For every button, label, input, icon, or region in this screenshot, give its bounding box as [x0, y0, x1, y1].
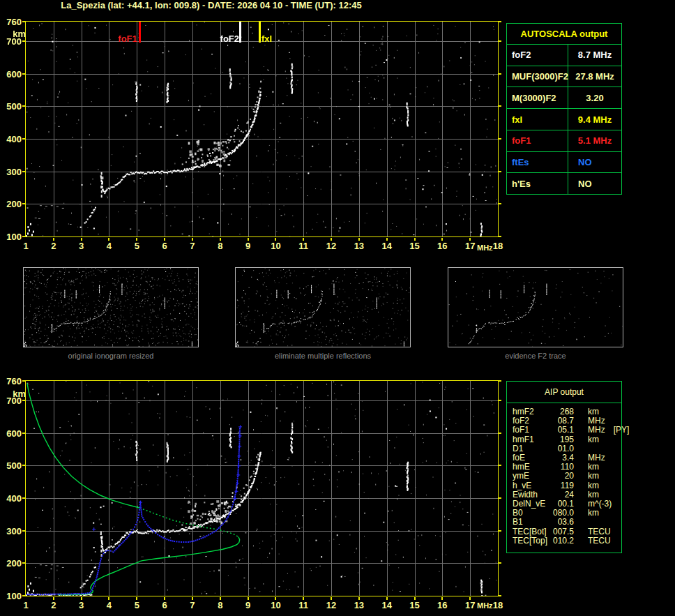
aip-row-value: 03.6 [558, 518, 574, 527]
aip-row-label: B1 [513, 518, 549, 527]
y-tick-mark [499, 105, 501, 107]
y-tick-label: 500 [0, 460, 22, 470]
aip-row-value: 007.5 [553, 527, 574, 536]
autoscala-row-value: 8.7 MHz [568, 45, 621, 66]
panel-evidence-caption: evidence F2 trace [448, 352, 623, 360]
autoscala-row: M(3000)F23.20 [507, 87, 621, 108]
x-tick-mark [441, 597, 443, 600]
x-tick-mark [248, 238, 249, 241]
panel-original-ionogram [23, 267, 199, 347]
y-tick-label: 500 [0, 101, 22, 111]
aip-row-unit: km [574, 481, 621, 490]
aip-table-title: AIP output [507, 382, 621, 403]
panel-eliminate-reflections [235, 267, 411, 347]
ionogram-canvas-bottom [26, 381, 498, 596]
y-tick-label: 600 [0, 428, 22, 438]
aip-row: TEC[Top]010.2TECU [513, 536, 621, 546]
y-tick-label: 400 [0, 134, 22, 144]
x-tick-mark [192, 238, 193, 241]
x-tick-label: 13 [351, 600, 367, 610]
x-tick-label: 1 [17, 600, 34, 610]
autoscala-row-label: h'Es [507, 173, 568, 194]
panel-original-caption: original ionogram resized [23, 352, 199, 360]
autoscala-row-label: MUF(3000)F2 [507, 66, 568, 87]
x-tick-label: 8 [212, 600, 229, 610]
aip-row-unit: TECU [574, 536, 621, 546]
y-tick-mark [22, 40, 25, 42]
autoscala-row-value: 27.8 MHz [568, 66, 621, 87]
x-tick-label: 12 [323, 600, 340, 610]
autoscala-row-label: M(3000)F2 [507, 87, 568, 108]
y-tick-mark [22, 203, 25, 204]
x-tick-label: 15 [407, 241, 423, 250]
autoscala-row-label: foF2 [507, 45, 568, 66]
y-tick-mark [22, 562, 25, 564]
autoscala-row-value: 5.1 MHz [568, 130, 621, 151]
x-tick-label: 17 [462, 600, 478, 610]
foF1-marker-label: foF1 [107, 33, 137, 43]
x-tick-mark [108, 238, 109, 241]
x-tick-label: 12 [323, 241, 340, 250]
x-tick-mark [469, 597, 471, 600]
y-tick-mark [499, 380, 501, 382]
y-tick-mark [499, 138, 501, 140]
aip-row: h_vE119km [513, 481, 621, 490]
x-tick-mark [136, 238, 137, 241]
aip-output-table: AIP output hmF2268kmfoF208.7MHzfoF105.1M… [506, 381, 622, 553]
y-tick-mark [22, 530, 25, 532]
x-axis-unit-bottom: MHz [477, 601, 493, 610]
aip-row: foF105.1MHz[PY] [513, 426, 621, 435]
x-tick-mark [358, 238, 360, 241]
y-tick-mark [22, 595, 25, 596]
ionogram-plot-top: foF1 foF2 fxI [25, 21, 499, 237]
x-tick-mark [275, 238, 276, 241]
y-tick-mark [499, 203, 501, 204]
x-tick-label: 5 [128, 241, 145, 250]
x-tick-label: 2 [45, 600, 62, 610]
x-tick-label: 17 [462, 241, 478, 250]
aip-row-value: 010.2 [553, 536, 574, 546]
x-tick-mark [136, 597, 137, 600]
x-tick-mark [303, 597, 304, 600]
foF2-marker-label: foF2 [208, 33, 239, 43]
x-tick-label: 5 [128, 600, 145, 610]
y-tick-mark [499, 40, 501, 42]
x-tick-label: 7 [184, 241, 201, 250]
panel-original-canvas [24, 268, 198, 347]
x-tick-mark [164, 597, 165, 600]
y-tick-label: 600 [0, 69, 22, 79]
y-tick-label: 760 [0, 376, 22, 386]
fxI-marker-label: fxI [261, 33, 291, 43]
y-tick-mark [22, 433, 25, 434]
autoscala-rows: foF28.7 MHzMUF(3000)F227.8 MHzM(3000)F23… [507, 45, 621, 194]
x-tick-label: 16 [434, 600, 450, 610]
autoscala-row-value: NO [568, 152, 621, 173]
y-tick-mark [22, 400, 25, 401]
x-tick-label: 6 [156, 600, 173, 610]
x-tick-mark [248, 597, 249, 600]
aip-row-unit: km [574, 472, 621, 481]
x-tick-mark [331, 238, 332, 241]
y-tick-mark [22, 105, 25, 107]
x-tick-label: 11 [295, 241, 312, 250]
x-tick-label: 3 [73, 241, 90, 250]
panel-evidence-canvas [448, 268, 623, 347]
y-tick-mark [499, 562, 501, 564]
x-tick-mark [53, 597, 54, 600]
x-tick-mark [386, 597, 388, 600]
x-tick-mark [81, 597, 82, 600]
y-tick-label: 760 [0, 17, 22, 27]
panel-eliminate-caption: eliminate multiple reflections [235, 352, 411, 360]
y-tick-mark [499, 530, 501, 532]
x-tick-mark [331, 597, 332, 600]
aip-row-label: h_vE [513, 481, 549, 490]
autoscala-row-label: fxI [507, 109, 568, 130]
y-tick-mark [499, 21, 501, 22]
x-tick-mark [275, 597, 276, 600]
y-tick-mark [22, 465, 25, 466]
x-tick-mark [81, 238, 82, 241]
y-tick-mark [22, 380, 25, 382]
station-title: La_Spezia (lat: +44.1, lon: 009.8) - DAT… [0, 0, 423, 10]
x-tick-label: 2 [45, 241, 62, 250]
panel-evidence-f2 [448, 267, 623, 347]
